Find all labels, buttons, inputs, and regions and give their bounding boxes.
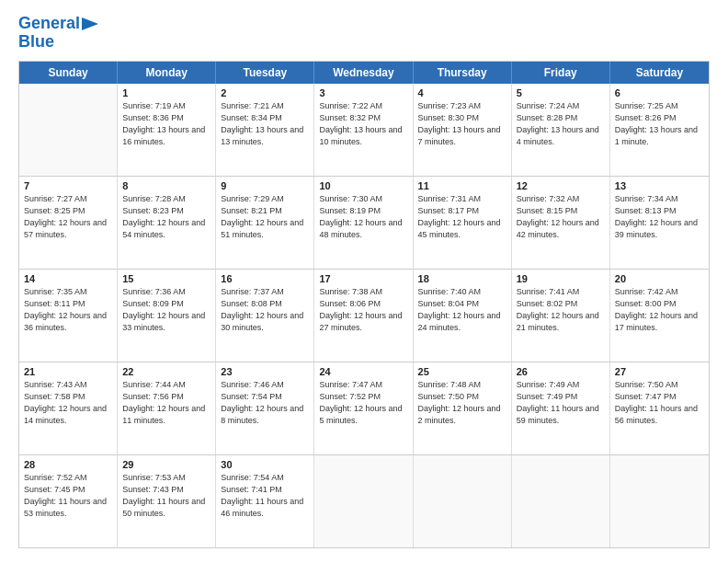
day-number: 22: [122, 366, 210, 377]
empty-cell: [512, 455, 610, 547]
day-info: Sunrise: 7:27 AMSunset: 8:25 PMDaylight:…: [24, 193, 112, 241]
day-info: Sunrise: 7:19 AMSunset: 8:36 PMDaylight:…: [122, 100, 210, 148]
svg-marker-0: [82, 17, 98, 30]
calendar-body: 1 Sunrise: 7:19 AMSunset: 8:36 PMDayligh…: [19, 84, 709, 547]
day-cell-19: 19 Sunrise: 7:41 AMSunset: 8:02 PMDaylig…: [512, 270, 610, 362]
day-cell-16: 16 Sunrise: 7:37 AMSunset: 8:08 PMDaylig…: [216, 270, 314, 362]
day-number: 1: [122, 87, 210, 98]
day-info: Sunrise: 7:32 AMSunset: 8:15 PMDaylight:…: [517, 193, 605, 241]
day-of-week-saturday: Saturday: [610, 62, 709, 84]
day-number: 18: [418, 273, 506, 284]
day-cell-22: 22 Sunrise: 7:44 AMSunset: 7:56 PMDaylig…: [118, 362, 216, 454]
day-info: Sunrise: 7:29 AMSunset: 8:21 PMDaylight:…: [221, 193, 309, 241]
calendar-row-4: 21 Sunrise: 7:43 AMSunset: 7:58 PMDaylig…: [19, 362, 709, 455]
day-number: 3: [319, 87, 407, 98]
day-info: Sunrise: 7:54 AMSunset: 7:41 PMDaylight:…: [221, 472, 309, 520]
day-of-week-thursday: Thursday: [414, 62, 512, 84]
day-number: 5: [517, 87, 605, 98]
day-cell-10: 10 Sunrise: 7:30 AMSunset: 8:19 PMDaylig…: [314, 177, 413, 269]
day-info: Sunrise: 7:37 AMSunset: 8:08 PMDaylight:…: [221, 286, 309, 334]
calendar-row-1: 1 Sunrise: 7:19 AMSunset: 8:36 PMDayligh…: [19, 84, 709, 177]
day-info: Sunrise: 7:43 AMSunset: 7:58 PMDaylight:…: [24, 379, 112, 427]
day-cell-7: 7 Sunrise: 7:27 AMSunset: 8:25 PMDayligh…: [19, 177, 118, 269]
day-number: 29: [122, 459, 210, 470]
day-cell-3: 3 Sunrise: 7:22 AMSunset: 8:32 PMDayligh…: [314, 84, 413, 176]
day-info: Sunrise: 7:40 AMSunset: 8:04 PMDaylight:…: [418, 286, 506, 334]
day-info: Sunrise: 7:34 AMSunset: 8:13 PMDaylight:…: [615, 193, 704, 241]
day-number: 26: [517, 366, 605, 377]
day-info: Sunrise: 7:22 AMSunset: 8:32 PMDaylight:…: [319, 100, 407, 148]
day-cell-27: 27 Sunrise: 7:50 AMSunset: 7:47 PMDaylig…: [610, 362, 709, 454]
day-info: Sunrise: 7:53 AMSunset: 7:43 PMDaylight:…: [122, 472, 210, 520]
day-number: 4: [418, 87, 506, 98]
day-number: 21: [24, 366, 112, 377]
day-number: 20: [615, 273, 704, 284]
day-number: 17: [319, 273, 407, 284]
day-number: 16: [221, 273, 309, 284]
day-cell-29: 29 Sunrise: 7:53 AMSunset: 7:43 PMDaylig…: [118, 455, 216, 547]
day-cell-9: 9 Sunrise: 7:29 AMSunset: 8:21 PMDayligh…: [216, 177, 314, 269]
day-number: 27: [615, 366, 704, 377]
day-cell-18: 18 Sunrise: 7:40 AMSunset: 8:04 PMDaylig…: [414, 270, 512, 362]
day-info: Sunrise: 7:49 AMSunset: 7:49 PMDaylight:…: [517, 379, 605, 427]
empty-cell: [610, 455, 709, 547]
day-info: Sunrise: 7:38 AMSunset: 8:06 PMDaylight:…: [319, 286, 407, 334]
day-cell-11: 11 Sunrise: 7:31 AMSunset: 8:17 PMDaylig…: [414, 177, 512, 269]
calendar: SundayMondayTuesdayWednesdayThursdayFrid…: [18, 61, 710, 548]
day-cell-24: 24 Sunrise: 7:47 AMSunset: 7:52 PMDaylig…: [314, 362, 413, 454]
day-of-week-tuesday: Tuesday: [216, 62, 314, 84]
day-cell-6: 6 Sunrise: 7:25 AMSunset: 8:26 PMDayligh…: [610, 84, 709, 176]
empty-cell: [314, 455, 413, 547]
logo-arrow-icon: [82, 17, 98, 30]
day-number: 8: [122, 180, 210, 191]
empty-cell: [414, 455, 512, 547]
day-cell-2: 2 Sunrise: 7:21 AMSunset: 8:34 PMDayligh…: [216, 84, 314, 176]
day-cell-8: 8 Sunrise: 7:28 AMSunset: 8:23 PMDayligh…: [118, 177, 216, 269]
day-number: 7: [24, 180, 112, 191]
day-cell-5: 5 Sunrise: 7:24 AMSunset: 8:28 PMDayligh…: [512, 84, 610, 176]
day-number: 24: [319, 366, 407, 377]
day-of-week-sunday: Sunday: [19, 62, 118, 84]
calendar-row-5: 28 Sunrise: 7:52 AMSunset: 7:45 PMDaylig…: [19, 455, 709, 547]
day-info: Sunrise: 7:28 AMSunset: 8:23 PMDaylight:…: [122, 193, 210, 241]
day-cell-14: 14 Sunrise: 7:35 AMSunset: 8:11 PMDaylig…: [19, 270, 118, 362]
day-number: 13: [615, 180, 704, 191]
day-cell-26: 26 Sunrise: 7:49 AMSunset: 7:49 PMDaylig…: [512, 362, 610, 454]
day-info: Sunrise: 7:23 AMSunset: 8:30 PMDaylight:…: [418, 100, 506, 148]
day-of-week-friday: Friday: [512, 62, 610, 84]
day-number: 2: [221, 87, 309, 98]
logo-text-general: General: [18, 15, 80, 33]
day-info: Sunrise: 7:47 AMSunset: 7:52 PMDaylight:…: [319, 379, 407, 427]
day-number: 25: [418, 366, 506, 377]
calendar-row-3: 14 Sunrise: 7:35 AMSunset: 8:11 PMDaylig…: [19, 270, 709, 362]
day-cell-17: 17 Sunrise: 7:38 AMSunset: 8:06 PMDaylig…: [314, 270, 413, 362]
day-number: 6: [615, 87, 704, 98]
empty-cell: [19, 84, 118, 176]
day-cell-25: 25 Sunrise: 7:48 AMSunset: 7:50 PMDaylig…: [414, 362, 512, 454]
day-cell-15: 15 Sunrise: 7:36 AMSunset: 8:09 PMDaylig…: [118, 270, 216, 362]
logo-text-blue: Blue: [18, 33, 54, 52]
day-info: Sunrise: 7:52 AMSunset: 7:45 PMDaylight:…: [24, 472, 112, 520]
day-info: Sunrise: 7:24 AMSunset: 8:28 PMDaylight:…: [517, 100, 605, 148]
day-info: Sunrise: 7:50 AMSunset: 7:47 PMDaylight:…: [615, 379, 704, 427]
day-info: Sunrise: 7:25 AMSunset: 8:26 PMDaylight:…: [615, 100, 704, 148]
day-cell-28: 28 Sunrise: 7:52 AMSunset: 7:45 PMDaylig…: [19, 455, 118, 547]
day-number: 12: [517, 180, 605, 191]
day-cell-13: 13 Sunrise: 7:34 AMSunset: 8:13 PMDaylig…: [610, 177, 709, 269]
day-cell-1: 1 Sunrise: 7:19 AMSunset: 8:36 PMDayligh…: [118, 84, 216, 176]
day-number: 15: [122, 273, 210, 284]
day-info: Sunrise: 7:31 AMSunset: 8:17 PMDaylight:…: [418, 193, 506, 241]
day-cell-21: 21 Sunrise: 7:43 AMSunset: 7:58 PMDaylig…: [19, 362, 118, 454]
day-cell-23: 23 Sunrise: 7:46 AMSunset: 7:54 PMDaylig…: [216, 362, 314, 454]
day-info: Sunrise: 7:48 AMSunset: 7:50 PMDaylight:…: [418, 379, 506, 427]
day-info: Sunrise: 7:44 AMSunset: 7:56 PMDaylight:…: [122, 379, 210, 427]
day-info: Sunrise: 7:36 AMSunset: 8:09 PMDaylight:…: [122, 286, 210, 334]
day-info: Sunrise: 7:41 AMSunset: 8:02 PMDaylight:…: [517, 286, 605, 334]
day-info: Sunrise: 7:21 AMSunset: 8:34 PMDaylight:…: [221, 100, 309, 148]
day-number: 9: [221, 180, 309, 191]
day-number: 14: [24, 273, 112, 284]
calendar-header: SundayMondayTuesdayWednesdayThursdayFrid…: [19, 62, 709, 84]
day-of-week-monday: Monday: [118, 62, 216, 84]
day-number: 28: [24, 459, 112, 470]
day-number: 11: [418, 180, 506, 191]
